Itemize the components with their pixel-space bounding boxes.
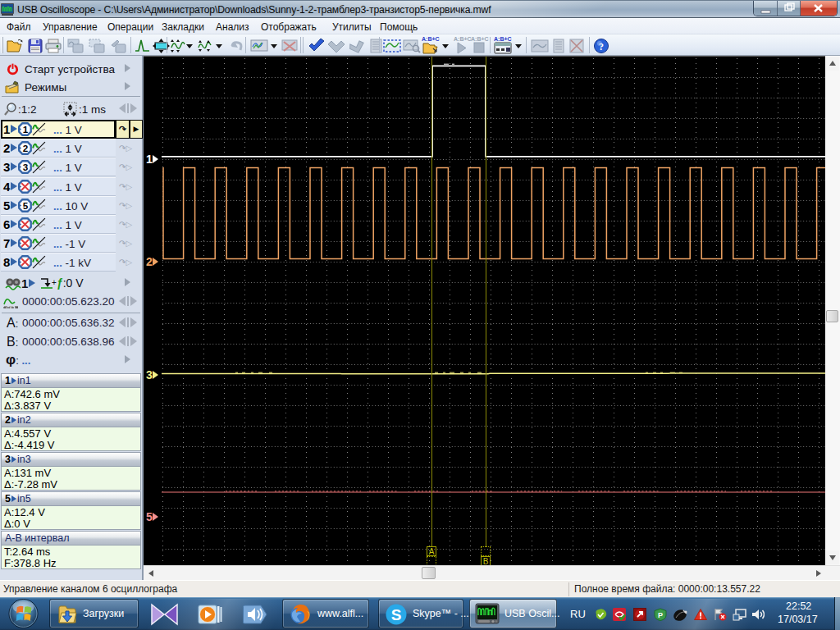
svg-text:2: 2 — [23, 143, 29, 153]
svg-text:5: 5 — [23, 200, 29, 211]
svg-text:S: S — [391, 606, 402, 623]
svg-text:?: ? — [599, 41, 604, 52]
svg-text:1: 1 — [23, 124, 29, 135]
svg-text:P: P — [658, 611, 663, 619]
svg-text:3: 3 — [23, 162, 29, 172]
